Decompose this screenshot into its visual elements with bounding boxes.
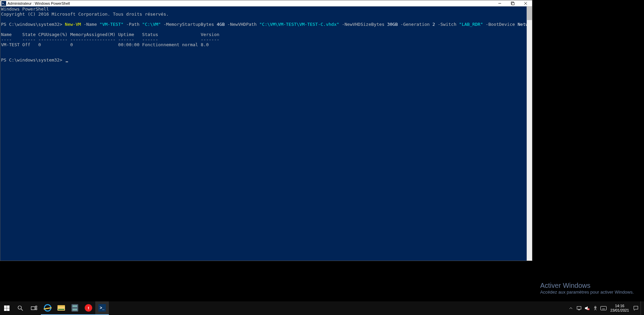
cursor bbox=[66, 62, 68, 62]
svg-rect-8 bbox=[7, 309, 10, 311]
scrollbar-thumb[interactable] bbox=[527, 6, 532, 20]
taskbar-date: 23/01/2021 bbox=[610, 308, 629, 313]
svg-rect-13 bbox=[36, 309, 37, 310]
taskbar-explorer[interactable] bbox=[54, 301, 68, 315]
network-icon bbox=[577, 306, 581, 310]
prompt-line-2: PS C:\windows\system32> bbox=[1, 57, 68, 63]
terminal-body[interactable]: Windows PowerShell Copyright (C) 2016 Mi… bbox=[0, 6, 532, 261]
titlebar[interactable]: >_ Administrateur : Windows PowerShell bbox=[0, 0, 532, 6]
volume-muted-icon bbox=[585, 306, 590, 310]
notification-icon bbox=[633, 306, 638, 311]
taskbar: t >_ 14:16 23/01/2021 bbox=[0, 301, 644, 315]
activation-watermark: Activer Windows Accédez aux paramètres p… bbox=[540, 282, 634, 295]
scrollbar[interactable] bbox=[527, 6, 532, 261]
svg-point-21 bbox=[595, 306, 596, 308]
svg-rect-7 bbox=[4, 309, 6, 311]
taskbar-powershell[interactable]: >_ bbox=[95, 301, 109, 315]
minimize-button[interactable] bbox=[493, 0, 506, 6]
svg-rect-26 bbox=[600, 307, 606, 310]
svg-line-24 bbox=[594, 309, 595, 310]
taskbar-servermanager[interactable] bbox=[68, 301, 82, 315]
start-button[interactable] bbox=[0, 301, 14, 315]
svg-rect-2 bbox=[512, 2, 514, 5]
tray-ease-of-access[interactable] bbox=[592, 306, 599, 311]
tray-keyboard[interactable] bbox=[600, 306, 607, 310]
window-title: Administrateur : Windows PowerShell bbox=[7, 1, 70, 5]
keyboard-icon bbox=[600, 306, 607, 310]
search-icon bbox=[18, 305, 23, 311]
taskbar-time: 14:16 bbox=[610, 304, 629, 308]
powershell-icon: >_ bbox=[1, 1, 6, 6]
close-button[interactable] bbox=[519, 0, 532, 6]
svg-rect-14 bbox=[577, 307, 581, 309]
tray-volume[interactable] bbox=[584, 306, 591, 310]
svg-rect-5 bbox=[4, 305, 6, 308]
terminal-banner: Windows PowerShell bbox=[1, 6, 49, 12]
taskbar-trend[interactable]: t bbox=[82, 301, 95, 315]
powershell-taskbar-icon: >_ bbox=[98, 304, 106, 312]
output-divider: ---- ----- ----------- -----------------… bbox=[1, 37, 219, 42]
server-manager-icon bbox=[71, 304, 78, 312]
accessibility-icon bbox=[593, 306, 598, 311]
maximize-button[interactable] bbox=[506, 0, 519, 6]
taskview-button[interactable] bbox=[27, 301, 41, 315]
svg-rect-6 bbox=[7, 305, 10, 308]
show-desktop-button[interactable] bbox=[641, 301, 643, 315]
watermark-subtitle: Accédez aux paramètres pour activer Wind… bbox=[540, 290, 634, 295]
tray-network[interactable] bbox=[576, 306, 582, 310]
tray-chevron[interactable] bbox=[567, 307, 574, 310]
output-row: VM-TEST Off 0 0 00:00:00 Fonctionnement … bbox=[1, 42, 209, 47]
output-header: Name State CPUUsage(%) MemoryAssigned(M)… bbox=[1, 32, 219, 37]
ie-icon bbox=[44, 304, 51, 312]
svg-point-9 bbox=[18, 306, 21, 309]
windows-icon bbox=[4, 305, 10, 311]
svg-line-25 bbox=[595, 309, 596, 310]
svg-rect-11 bbox=[31, 307, 35, 310]
antivirus-icon: t bbox=[85, 304, 92, 312]
powershell-window: >_ Administrateur : Windows PowerShell W… bbox=[0, 0, 532, 261]
terminal-copyright: Copyright (C) 2016 Microsoft Corporation… bbox=[1, 12, 169, 17]
svg-rect-12 bbox=[36, 306, 37, 308]
taskbar-clock[interactable]: 14:16 23/01/2021 bbox=[608, 304, 631, 313]
folder-icon bbox=[57, 305, 65, 311]
taskbar-ie[interactable] bbox=[41, 301, 54, 315]
chevron-up-icon bbox=[569, 307, 573, 310]
prompt-line-1: PS C:\windows\system32> New-VM -Name "VM… bbox=[1, 22, 532, 27]
taskview-icon bbox=[31, 306, 37, 311]
search-button[interactable] bbox=[14, 301, 27, 315]
svg-marker-17 bbox=[585, 307, 588, 310]
watermark-title: Activer Windows bbox=[540, 282, 634, 290]
svg-line-10 bbox=[21, 309, 23, 311]
action-center[interactable] bbox=[632, 306, 639, 311]
